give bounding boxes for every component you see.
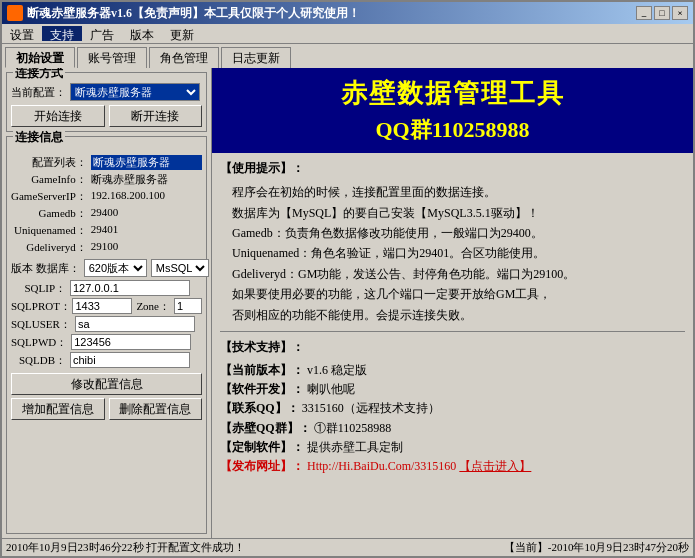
support-qqgroup: 【赤壁QQ群】： ①群110258988 bbox=[220, 419, 685, 438]
gameserverip-value: 192.168.200.100 bbox=[91, 189, 202, 204]
menu-ad[interactable]: 广告 bbox=[82, 26, 122, 41]
titlebar-buttons: _ □ × bbox=[636, 6, 688, 20]
config-list-label: 配置列表： bbox=[11, 155, 87, 170]
maximize-button[interactable]: □ bbox=[654, 6, 670, 20]
gameinfo-value: 断魂赤壁服务器 bbox=[91, 172, 202, 187]
menu-update[interactable]: 更新 bbox=[162, 26, 202, 41]
app-icon bbox=[7, 5, 23, 21]
menu-support[interactable]: 支持 bbox=[42, 26, 82, 41]
support-qq-label: 【联系QQ】： bbox=[220, 401, 299, 415]
statusbar: 2010年10月9日23时46分22秒 打开配置文件成功！ 【当前】-2010年… bbox=[2, 538, 693, 556]
sqlpwd-row: SQLPWD： bbox=[11, 334, 202, 350]
connection-group: 连接方式 当前配置： 断魂赤壁服务器 开始连接 断开连接 bbox=[6, 72, 207, 132]
tab-initial-settings[interactable]: 初始设置 bbox=[5, 47, 75, 68]
support-version-value: v1.6 稳定版 bbox=[307, 363, 367, 377]
uniquenamed-label: Uniquenamed： bbox=[11, 223, 87, 238]
support-website: 【发布网址】： Http://Hi.BaiDu.Com/3315160 【点击进… bbox=[220, 457, 685, 476]
usage-title: 【使用提示】： bbox=[220, 159, 685, 178]
current-config-row: 当前配置： 断魂赤壁服务器 bbox=[11, 83, 202, 101]
info-panel: 【使用提示】： 程序会在初始的时候，连接配置里面的数据连接。 数据库为【MySQ… bbox=[212, 153, 693, 538]
banner-qq: QQ群110258988 bbox=[222, 115, 683, 145]
connection-info-title: 连接信息 bbox=[13, 129, 65, 146]
usage-line-6: 否则相应的功能不能使用。会提示连接失败。 bbox=[220, 305, 685, 325]
sqlpwd-input[interactable] bbox=[71, 334, 191, 350]
minimize-button[interactable]: _ bbox=[636, 6, 652, 20]
main-window: 断魂赤壁服务器v1.6【免责声明】本工具仅限于个人研究使用！ _ □ × 设置 … bbox=[0, 0, 695, 558]
support-custom-label: 【定制软件】： bbox=[220, 440, 304, 454]
sqlprot-row: SQLPROT： Zone： bbox=[11, 298, 202, 314]
usage-line-5: 如果要使用必要的功能，这几个端口一定要开放给GM工具， bbox=[220, 284, 685, 304]
version-dropdown[interactable]: 620版本 bbox=[84, 259, 147, 277]
usage-line-2: Gamedb：负责角色数据修改功能使用，一般端口为29400。 bbox=[220, 223, 685, 243]
support-developer: 【软件开发】： 喇叭他呢 bbox=[220, 380, 685, 399]
tab-account-manage[interactable]: 账号管理 bbox=[77, 47, 147, 68]
start-connection-button[interactable]: 开始连接 bbox=[11, 105, 105, 127]
usage-line-4: Gdeliveryd：GM功能，发送公告、封停角色功能。端口为29100。 bbox=[220, 264, 685, 284]
config-dropdown[interactable]: 断魂赤壁服务器 bbox=[70, 83, 200, 101]
zone-input[interactable] bbox=[174, 298, 202, 314]
support-version-label: 【当前版本】： bbox=[220, 363, 304, 377]
support-version: 【当前版本】： v1.6 稳定版 bbox=[220, 361, 685, 380]
sqlpwd-label: SQLPWD： bbox=[11, 335, 67, 350]
sqlprot-label: SQLPROT： bbox=[11, 299, 68, 314]
support-qq-value: 3315160（远程技术支持） bbox=[302, 401, 440, 415]
menu-version[interactable]: 版本 bbox=[122, 26, 162, 41]
modify-config-button[interactable]: 修改配置信息 bbox=[11, 373, 202, 395]
left-panel: 连接方式 当前配置： 断魂赤壁服务器 开始连接 断开连接 连接信息 配置列表： bbox=[2, 68, 212, 538]
usage-line-3: Uniquenamed：角色名验证，端口为29401。合区功能使用。 bbox=[220, 243, 685, 263]
gameserverip-label: GameServerIP： bbox=[11, 189, 87, 204]
window-title: 断魂赤壁服务器v1.6【免责声明】本工具仅限于个人研究使用！ bbox=[27, 5, 360, 22]
support-developer-value: 喇叭他呢 bbox=[307, 382, 355, 396]
connection-buttons: 开始连接 断开连接 bbox=[11, 105, 202, 127]
banner: 赤壁数据管理工具 QQ群110258988 bbox=[212, 68, 693, 153]
sqldb-label: SQLDB： bbox=[11, 353, 66, 368]
add-config-button[interactable]: 增加配置信息 bbox=[11, 398, 105, 420]
support-developer-label: 【软件开发】： bbox=[220, 382, 304, 396]
uniquenamed-value: 29401 bbox=[91, 223, 202, 238]
support-website-link[interactable]: 【点击进入】 bbox=[459, 459, 531, 473]
zone-label: Zone： bbox=[136, 299, 170, 314]
version-row: 版本 数据库： 620版本 MsSQL库 bbox=[11, 259, 202, 277]
sqluser-input[interactable] bbox=[75, 316, 195, 332]
delete-config-button[interactable]: 删除配置信息 bbox=[109, 398, 203, 420]
support-title: 【技术支持】： bbox=[220, 338, 685, 357]
tab-log-update[interactable]: 日志更新 bbox=[221, 47, 291, 68]
config-list-value: 断魂赤壁服务器 bbox=[91, 155, 202, 170]
sqldb-input[interactable] bbox=[70, 352, 190, 368]
statusbar-left: 2010年10月9日23时46分22秒 打开配置文件成功！ bbox=[6, 540, 245, 555]
support-website-label: 【发布网址】： bbox=[220, 459, 304, 473]
sqlip-label: SQLIP： bbox=[11, 281, 66, 296]
dbtype-dropdown[interactable]: MsSQL库 bbox=[151, 259, 209, 277]
sqluser-row: SQLUSER： bbox=[11, 316, 202, 332]
tab-role-manage[interactable]: 角色管理 bbox=[149, 47, 219, 68]
close-button[interactable]: × bbox=[672, 6, 688, 20]
right-panel: 赤壁数据管理工具 QQ群110258988 【使用提示】： 程序会在初始的时候，… bbox=[212, 68, 693, 538]
main-content: 连接方式 当前配置： 断魂赤壁服务器 开始连接 断开连接 连接信息 配置列表： bbox=[2, 68, 693, 538]
usage-line-1: 数据库为【MySQL】的要自己安装【MySQL3.5.1驱动】！ bbox=[220, 203, 685, 223]
menu-settings[interactable]: 设置 bbox=[2, 26, 42, 41]
statusbar-right: 【当前】-2010年10月9日23时47分20秒 bbox=[504, 540, 689, 555]
gdeliveryd-label: Gdeliveryd： bbox=[11, 240, 87, 255]
divider bbox=[220, 331, 685, 332]
modify-btn-row: 修改配置信息 bbox=[11, 373, 202, 395]
support-qqgroup-value: ①群110258988 bbox=[314, 421, 392, 435]
gamedb-value: 29400 bbox=[91, 206, 202, 221]
gamedb-label: Gamedb： bbox=[11, 206, 87, 221]
support-website-value: Http://Hi.BaiDu.Com/3315160 bbox=[307, 459, 459, 473]
usage-line-0: 程序会在初始的时候，连接配置里面的数据连接。 bbox=[220, 182, 685, 202]
tabbar: 初始设置 账号管理 角色管理 日志更新 bbox=[2, 44, 693, 68]
banner-title: 赤壁数据管理工具 bbox=[222, 76, 683, 111]
support-section: 【技术支持】： 【当前版本】： v1.6 稳定版 【软件开发】： 喇叭他呢 【联… bbox=[220, 338, 685, 476]
support-qq: 【联系QQ】： 3315160（远程技术支持） bbox=[220, 399, 685, 418]
sqlip-input[interactable] bbox=[70, 280, 190, 296]
gameinfo-label: GameInfo： bbox=[11, 172, 87, 187]
stop-connection-button[interactable]: 断开连接 bbox=[109, 105, 203, 127]
sqlip-row: SQLIP： bbox=[11, 280, 202, 296]
info-grid: 配置列表： 断魂赤壁服务器 GameInfo： 断魂赤壁服务器 GameServ… bbox=[11, 155, 202, 255]
gdeliveryd-value: 29100 bbox=[91, 240, 202, 255]
sqlprot-input[interactable] bbox=[72, 298, 132, 314]
banner-title-yellow: 数据管理工具 bbox=[397, 78, 565, 108]
connection-info-group: 连接信息 配置列表： 断魂赤壁服务器 GameInfo： 断魂赤壁服务器 Gam… bbox=[6, 136, 207, 534]
sqluser-label: SQLUSER： bbox=[11, 317, 71, 332]
connection-group-title: 连接方式 bbox=[13, 68, 65, 82]
